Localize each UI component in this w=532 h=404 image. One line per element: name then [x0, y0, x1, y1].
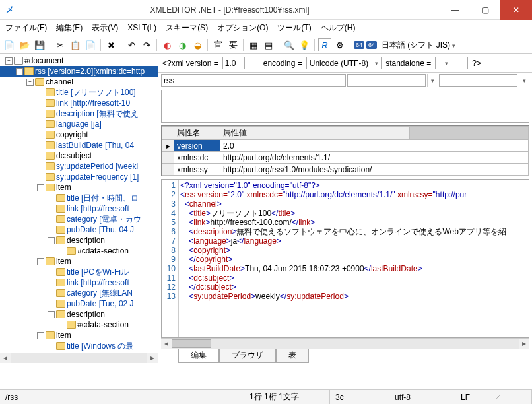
expand-icon[interactable]: −	[16, 68, 23, 75]
text-content-area[interactable]	[161, 90, 529, 123]
path-combo-1[interactable]	[347, 74, 426, 87]
expand-icon[interactable]: −	[37, 258, 44, 265]
tree-item[interactable]: title [フリーソフト100]	[0, 87, 158, 98]
scroll-right-icon[interactable]: ▸	[147, 353, 158, 363]
cut-icon[interactable]: ✂	[53, 38, 67, 51]
attr-name-cell[interactable]: version	[174, 140, 220, 152]
menu-tool[interactable]: ツール(T)	[277, 22, 311, 34]
decl-standalone-select[interactable]: ▾	[435, 57, 468, 69]
tree-item[interactable]: lastBuildDate [Thu, 04	[0, 140, 158, 151]
attr-value-header[interactable]: 属性値	[220, 127, 410, 140]
tree-item[interactable]: link [http://freesoft	[0, 203, 158, 214]
tree-item[interactable]: −rss [version=2.0][xmlns:dc=http	[0, 66, 158, 77]
attr-value-cell[interactable]: http://purl.org/dc/elements/1.1/	[220, 152, 529, 164]
attr-value-cell[interactable]: http://purl.org/rss/1.0/modules/syndicat…	[220, 164, 529, 176]
expand-icon[interactable]: −	[26, 79, 34, 86]
attr-row[interactable]: xmlns:dchttp://purl.org/dc/elements/1.1/	[162, 152, 529, 164]
element-name-input[interactable]	[161, 74, 346, 87]
open-icon[interactable]: 📂	[18, 38, 31, 51]
tab-browser[interactable]: ブラウザ	[219, 349, 276, 363]
b64-badge[interactable]: 64	[366, 41, 377, 49]
script-r-button[interactable]: R	[318, 38, 331, 51]
tool-icon[interactable]: ◐	[160, 38, 174, 51]
expand-icon[interactable]: −	[37, 332, 44, 339]
tool-icon[interactable]: ▤	[262, 38, 275, 51]
tree-body[interactable]: −#document−rss [version=2.0][xmlns:dc=ht…	[0, 54, 158, 353]
path-combo-2[interactable]	[439, 74, 517, 87]
tree-item[interactable]: description [無料で使え	[0, 108, 158, 119]
save-icon[interactable]: 💾	[33, 38, 46, 51]
delete-icon[interactable]: ✖	[104, 38, 117, 51]
attr-row[interactable]: ▸version2.0	[162, 140, 529, 152]
tree-item[interactable]: −description	[0, 309, 158, 320]
tree-item[interactable]: −item	[0, 256, 158, 267]
tree-item[interactable]: pubDate [Thu, 04 J	[0, 224, 158, 235]
tree-item[interactable]: sy:updatePeriod [weekl	[0, 161, 158, 172]
code-editor[interactable]: 12345678910111213 <?xml version="1.0" en…	[161, 179, 529, 338]
expand-icon[interactable]: −	[48, 237, 55, 244]
tree-item[interactable]: −channel	[0, 77, 158, 87]
expand-icon[interactable]: −	[37, 184, 44, 191]
tree-item[interactable]: −item	[0, 182, 158, 193]
paste-icon[interactable]: 📄	[84, 38, 97, 51]
scroll-thumb[interactable]	[172, 339, 211, 348]
tree-item[interactable]: −description	[0, 235, 158, 246]
expand-icon[interactable]: −	[48, 311, 55, 318]
scroll-track[interactable]	[172, 339, 519, 349]
tree-item[interactable]: #cdata-section	[0, 246, 158, 256]
editor-hscrollbar[interactable]: ◂ ▸	[161, 338, 529, 349]
tab-table[interactable]: 表	[276, 349, 309, 363]
undo-icon[interactable]: ↶	[125, 38, 138, 51]
tool-icon[interactable]: ⚙	[333, 38, 347, 51]
decl-version-input[interactable]	[222, 57, 245, 69]
redo-icon[interactable]: ↷	[140, 38, 153, 51]
attr-name-cell[interactable]: xmlns:sy	[174, 164, 220, 176]
maximize-button[interactable]: ▢	[470, 0, 500, 20]
tree-item[interactable]: title [Windows の最	[0, 341, 158, 351]
tree-item[interactable]: title [日付・時間、ロ	[0, 193, 158, 203]
tree-item[interactable]: category [無線LAN	[0, 288, 158, 298]
tree-item[interactable]: pubDate [Tue, 02 J	[0, 298, 158, 309]
scroll-right-icon[interactable]: ▸	[519, 339, 529, 349]
copy-icon[interactable]: 📋	[69, 38, 82, 51]
scroll-left-icon[interactable]: ◂	[0, 353, 11, 363]
tree-item[interactable]: link [http://freesoft	[0, 277, 158, 288]
tree-item[interactable]: −#document	[0, 55, 158, 66]
dropdown-icon[interactable]: ▾	[427, 74, 438, 87]
tree-item[interactable]: category [電卓・カウ	[0, 214, 158, 224]
encoding-selector[interactable]: 日本語 (シフト JIS) ▾	[382, 40, 455, 51]
search-icon[interactable]: 🔍	[283, 38, 296, 51]
tool-icon[interactable]: ▦	[247, 38, 260, 51]
scroll-track[interactable]	[11, 353, 147, 363]
menu-xslt[interactable]: XSLT(L)	[127, 23, 156, 32]
find-icon[interactable]: 💡	[298, 38, 311, 51]
tree-item[interactable]: language [ja]	[0, 119, 158, 129]
attr-name-header[interactable]: 属性名	[174, 127, 220, 140]
tool-icon[interactable]: ◑	[176, 38, 189, 51]
attr-value-cell[interactable]: 2.0	[220, 140, 529, 152]
elem-button[interactable]: 要	[226, 38, 240, 51]
tree-item[interactable]: title [PCをWi-Fiル	[0, 267, 158, 277]
menu-schema[interactable]: スキーマ(S)	[166, 22, 208, 34]
menu-view[interactable]: 表示(V)	[92, 22, 118, 34]
menu-file[interactable]: ファイル(F)	[5, 22, 47, 34]
expand-icon[interactable]: −	[5, 57, 13, 65]
new-icon[interactable]: 📄	[3, 38, 16, 51]
menu-edit[interactable]: 編集(E)	[56, 22, 83, 34]
menu-help[interactable]: ヘルプ(H)	[321, 22, 356, 34]
tree-hscrollbar[interactable]: ◂ ▸	[0, 353, 158, 363]
tree-item[interactable]: dc:subject	[0, 151, 158, 161]
decl-encoding-select[interactable]: Unicode (UTF-8)▾	[306, 57, 382, 69]
close-button[interactable]: ✕	[500, 0, 532, 20]
dropdown-icon[interactable]: ▾	[519, 74, 529, 87]
scroll-left-icon[interactable]: ◂	[161, 339, 172, 349]
attribute-grid[interactable]: 属性名 属性値 ▸version2.0xmlns:dchttp://purl.o…	[161, 125, 529, 176]
tool-icon[interactable]: ◒	[191, 38, 204, 51]
tree-item[interactable]: sy:updateFrequency [1]	[0, 172, 158, 182]
minimize-button[interactable]: —	[440, 0, 470, 20]
code-area[interactable]: <?xml version="1.0" encoding="utf-8"?><r…	[179, 180, 529, 337]
tree-item[interactable]: −item	[0, 330, 158, 341]
attr-row[interactable]: xmlns:syhttp://purl.org/rss/1.0/modules/…	[162, 164, 529, 176]
tab-edit[interactable]: 編集	[178, 349, 219, 363]
menu-option[interactable]: オプション(O)	[217, 22, 268, 34]
